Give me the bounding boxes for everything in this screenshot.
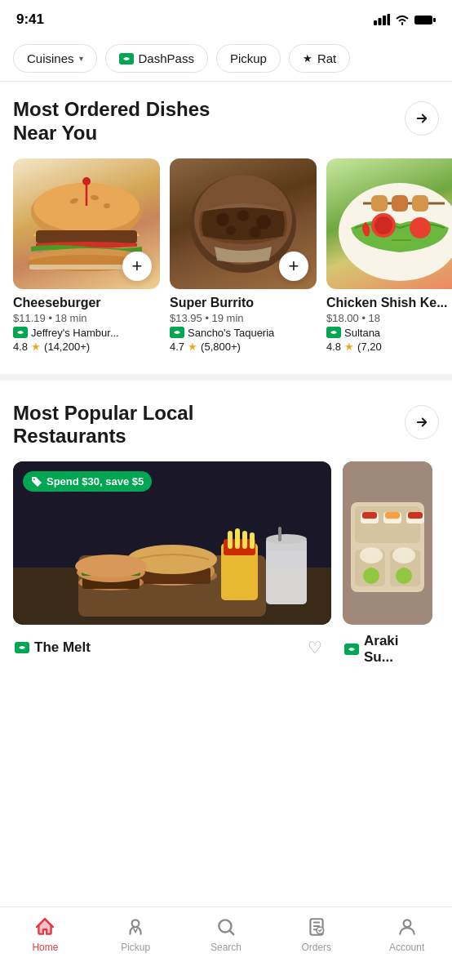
nav-account[interactable]: Account: [383, 915, 432, 953]
svg-point-69: [363, 568, 379, 584]
svg-point-68: [392, 547, 415, 564]
svg-rect-1: [379, 18, 382, 25]
cheeseburger-image: +: [13, 158, 160, 289]
svg-rect-0: [374, 20, 377, 25]
pickup-filter[interactable]: Pickup: [216, 44, 281, 73]
dashpass-icon-restaurant: [15, 642, 29, 653]
dashpass-icon-small: [13, 327, 28, 338]
svg-rect-30: [392, 195, 408, 212]
svg-rect-50: [278, 527, 281, 541]
dishes-scroll: + Cheeseburger $11.19 • 18 min Jeffrey's…: [0, 158, 452, 369]
pickup-icon: [124, 915, 147, 938]
chicken-shish-name: Chicken Shish Ke...: [326, 296, 452, 310]
wifi-icon: [395, 14, 410, 25]
chicken-shish-restaurant: Sultana: [326, 327, 452, 339]
svg-rect-4: [414, 16, 432, 24]
cheeseburger-price: $11.19 • 18 min: [13, 312, 160, 324]
cheeseburger-rating: 4.8 ★ (14,200+): [13, 341, 160, 353]
chicken-shish-image: [326, 158, 452, 289]
bottom-nav: Home Pickup Search: [0, 906, 452, 980]
svg-point-19: [216, 213, 229, 226]
home-icon: [33, 915, 56, 938]
cheeseburger-name: Cheeseburger: [13, 296, 160, 310]
svg-rect-58: [355, 506, 420, 543]
restaurant-card-the-melt[interactable]: Spend $30, save $5 The Melt ♡: [13, 461, 331, 666]
svg-rect-29: [371, 195, 388, 212]
rating-filter[interactable]: ★ Rat: [289, 44, 350, 73]
svg-point-70: [396, 568, 412, 584]
svg-rect-5: [433, 18, 436, 22]
svg-point-20: [237, 210, 249, 221]
cuisines-filter[interactable]: Cuisines ▾: [13, 44, 97, 73]
svg-rect-64: [385, 512, 400, 519]
most-popular-section: Most Popular LocalRestaurants: [0, 385, 452, 683]
burrito-add-button[interactable]: +: [279, 252, 308, 281]
the-melt-name: The Melt: [34, 639, 91, 656]
most-ordered-arrow-button[interactable]: [405, 101, 439, 136]
dish-card-burrito[interactable]: + Super Burrito $13.95 • 19 min Sancho's…: [170, 158, 317, 353]
the-melt-image: Spend $30, save $5: [13, 461, 331, 625]
svg-point-22: [226, 225, 236, 235]
dashpass-logo: [119, 53, 134, 65]
svg-point-26: [374, 216, 392, 234]
rating-star-icon-3: ★: [344, 341, 354, 353]
svg-rect-2: [383, 16, 386, 25]
status-time: 9:41: [16, 11, 44, 28]
chicken-shish-price: $18.00 • 18: [326, 312, 452, 324]
home-nav-label: Home: [32, 942, 58, 953]
section-header-restaurants: Most Popular LocalRestaurants: [0, 402, 452, 462]
most-popular-title: Most Popular LocalRestaurants: [13, 402, 193, 449]
section-header-dishes: Most Ordered DishesNear You: [0, 98, 452, 158]
svg-point-27: [410, 217, 431, 238]
dashpass-filter[interactable]: DashPass: [105, 44, 208, 73]
battery-icon: [414, 15, 436, 25]
dashpass-icon-araki: [344, 644, 359, 655]
araki-name: Araki Su...: [364, 633, 431, 666]
status-icons: [374, 14, 436, 25]
signal-icon: [374, 14, 390, 25]
burrito-restaurant: Sancho's Taqueria: [170, 327, 317, 339]
rating-star-icon-2: ★: [188, 341, 197, 353]
dish-card-cheeseburger[interactable]: + Cheeseburger $11.19 • 18 min Jeffrey's…: [13, 158, 160, 353]
pickup-nav-label: Pickup: [121, 942, 150, 953]
restaurants-scroll: Spend $30, save $5 The Melt ♡: [0, 461, 452, 682]
rating-star-icon: ★: [31, 341, 41, 353]
orders-icon: [305, 915, 328, 938]
the-melt-footer: The Melt ♡: [13, 633, 331, 662]
the-melt-heart-button[interactable]: ♡: [300, 633, 330, 662]
chevron-down-icon: ▾: [79, 54, 83, 63]
cheeseburger-add-button[interactable]: +: [122, 252, 152, 281]
rating-label: Rat: [317, 51, 336, 65]
promo-badge: Spend $30, save $5: [23, 471, 152, 492]
nav-orders[interactable]: Orders: [292, 915, 341, 953]
svg-rect-44: [235, 528, 240, 549]
svg-rect-31: [412, 195, 428, 212]
nav-search[interactable]: Search: [202, 915, 250, 953]
dish-card-chicken-shish[interactable]: Chicken Shish Ke... $18.00 • 18 Sultana …: [326, 158, 452, 353]
araki-footer: Araki Su...: [343, 633, 432, 666]
tag-icon: [31, 476, 42, 488]
section-divider: [0, 374, 452, 381]
the-melt-name-row: The Melt: [15, 639, 91, 656]
dashpass-icon-small-2: [170, 327, 184, 338]
filter-bar: Cuisines ▾ DashPass Pickup ★ Rat: [0, 36, 452, 81]
burrito-rating: 4.7 ★ (5,800+): [170, 341, 317, 353]
svg-point-12: [82, 177, 91, 185]
svg-point-49: [266, 534, 307, 544]
orders-nav-label: Orders: [301, 942, 331, 953]
most-popular-arrow-button[interactable]: [405, 405, 439, 439]
svg-rect-62: [362, 512, 377, 519]
account-icon: [396, 915, 419, 938]
cuisines-label: Cuisines: [27, 51, 74, 65]
nav-pickup[interactable]: Pickup: [111, 915, 160, 953]
nav-home[interactable]: Home: [20, 915, 69, 953]
status-bar: 9:41: [0, 0, 452, 36]
search-nav-label: Search: [210, 942, 242, 953]
svg-point-55: [75, 555, 147, 577]
pickup-label: Pickup: [230, 51, 267, 65]
dashpass-icon-small-3: [326, 327, 341, 338]
restaurant-card-araki[interactable]: Araki Su...: [343, 461, 432, 666]
account-nav-label: Account: [389, 942, 424, 953]
burrito-price: $13.95 • 19 min: [170, 312, 317, 324]
star-icon: ★: [303, 52, 312, 65]
